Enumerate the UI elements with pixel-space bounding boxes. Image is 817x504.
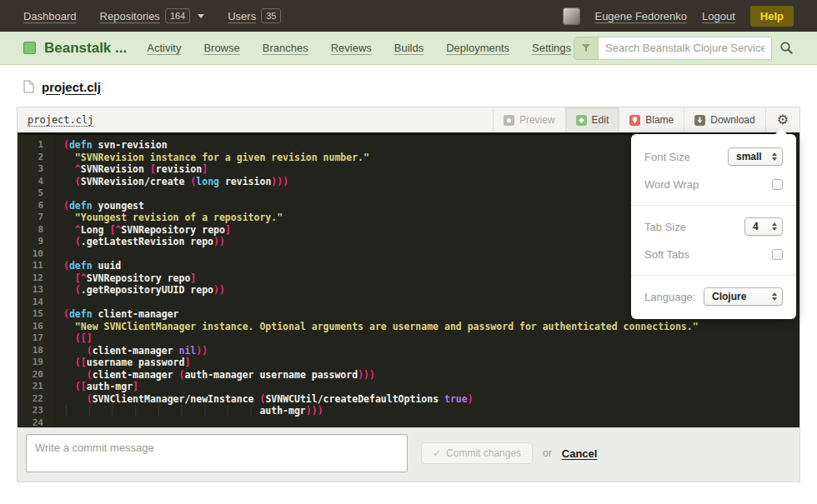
search-input[interactable] — [599, 37, 772, 60]
search-submit-button[interactable] — [779, 41, 794, 55]
or-text: or — [543, 447, 552, 459]
word-wrap-row: Word Wrap — [644, 174, 783, 194]
file-panel-header: project.clj Preview Edit Blame — [18, 107, 799, 132]
language-value: Clojure — [712, 291, 746, 302]
gear-icon: ⚙ — [777, 113, 789, 127]
code-line: "New SVNClientManager instance. Optional… — [63, 321, 799, 333]
nav-repositories-group: Repositories 164 — [100, 8, 205, 23]
download-label: Download — [710, 114, 754, 126]
tab-browse[interactable]: Browse — [203, 42, 239, 54]
word-wrap-label: Word Wrap — [644, 178, 699, 191]
nav-users-group: Users 35 — [228, 8, 281, 23]
tab-branches[interactable]: Branches — [263, 42, 308, 54]
blame-button[interactable]: Blame — [619, 107, 684, 132]
repo-nav: Activity Browse Branches Reviews Builds … — [147, 42, 571, 54]
settings-divider — [631, 205, 796, 206]
language-label: Language: — [644, 291, 695, 303]
top-bar-right: Eugene Fedorenko Logout Help — [564, 6, 794, 27]
select-stepper-icon — [772, 292, 777, 301]
font-size-label: Font Size — [644, 151, 690, 163]
code-gutter: 123456789101112131415161718192021222324 — [18, 135, 54, 427]
top-nav: Dashboard Repositories 164 Users 35 — [23, 8, 281, 23]
nav-repositories[interactable]: Repositories — [100, 10, 160, 22]
select-stepper-icon — [772, 152, 777, 161]
tab-reviews[interactable]: Reviews — [331, 42, 372, 54]
font-size-select[interactable]: small — [728, 147, 783, 166]
magnifier-icon — [779, 41, 794, 55]
soft-tabs-row: Soft Tabs — [644, 244, 783, 264]
repo-title[interactable]: Beanstalk ... — [44, 40, 127, 57]
repo-color-icon — [23, 42, 36, 54]
commit-changes-button[interactable]: ✓ Commit changes — [421, 442, 533, 464]
blame-icon — [629, 115, 640, 126]
user-name-link[interactable]: Eugene Fedorenko — [594, 10, 687, 22]
tab-size-select[interactable]: 4 — [744, 217, 783, 236]
page-title[interactable]: project.clj — [42, 80, 101, 94]
user-avatar[interactable] — [564, 8, 579, 24]
word-wrap-checkbox[interactable] — [772, 179, 783, 190]
funnel-icon — [581, 43, 591, 53]
preview-button[interactable]: Preview — [493, 107, 565, 132]
language-select[interactable]: Clojure — [704, 287, 783, 306]
tab-deployments[interactable]: Deployments — [446, 42, 509, 54]
edit-label: Edit — [592, 114, 609, 126]
file-toolbar: Preview Edit Blame Download — [493, 107, 799, 132]
preview-icon — [504, 115, 514, 126]
users-count-badge: 35 — [261, 8, 281, 23]
commit-footer: ✓ Commit changes or Cancel — [18, 427, 799, 482]
repo-bar: Beanstalk ... Activity Browse Branches R… — [0, 32, 817, 65]
commit-message-input[interactable] — [26, 434, 408, 472]
check-icon: ✓ — [433, 447, 441, 459]
tab-size-row: Tab Size 4 — [644, 217, 783, 237]
search-area — [574, 37, 794, 60]
code-line: ([auth-mgr] — [63, 381, 799, 393]
top-bar: Dashboard Repositories 164 Users 35 Euge… — [0, 0, 817, 32]
tab-size-value: 4 — [753, 221, 759, 232]
repositories-count-badge: 164 — [165, 8, 190, 23]
commit-changes-label: Commit changes — [446, 447, 521, 459]
code-line: (client-manager nil)) — [63, 345, 799, 357]
tab-settings[interactable]: Settings — [532, 42, 571, 54]
edit-icon — [576, 115, 587, 126]
download-button[interactable]: Download — [684, 107, 764, 132]
tab-activity[interactable]: Activity — [147, 42, 181, 54]
download-icon — [694, 115, 705, 126]
font-size-value: small — [736, 151, 762, 162]
edit-button[interactable]: Edit — [565, 107, 619, 132]
file-icon — [23, 80, 34, 93]
code-line: (SVNClientManager/newInstance (SVNWCUtil… — [63, 393, 799, 406]
nav-dashboard[interactable]: Dashboard — [23, 10, 77, 22]
search-filter-button[interactable] — [574, 37, 599, 60]
language-row: Language: Clojure — [644, 287, 783, 307]
file-name-link[interactable]: project.clj — [28, 114, 93, 126]
settings-divider — [631, 275, 796, 276]
select-stepper-icon — [772, 222, 777, 231]
soft-tabs-label: Soft Tabs — [644, 248, 689, 261]
code-line: │ │ │ │ │ │ │ │ │ auth-mgr))) — [63, 405, 799, 417]
font-size-row: Font Size small — [644, 147, 783, 167]
editor-settings-dropdown: Font Size small Word Wrap Tab Size 4 Sof… — [631, 134, 796, 319]
page-heading: project.clj — [23, 77, 794, 96]
nav-users[interactable]: Users — [228, 10, 256, 22]
tab-builds[interactable]: Builds — [394, 42, 424, 54]
code-line: ([username password] — [63, 357, 799, 369]
logout-link[interactable]: Logout — [702, 10, 735, 22]
preview-label: Preview — [519, 114, 555, 126]
tab-size-label: Tab Size — [644, 221, 686, 233]
code-line — [63, 417, 799, 428]
code-line: (client-manager (auth-manager username p… — [63, 369, 799, 382]
cancel-link[interactable]: Cancel — [562, 447, 598, 460]
repositories-caret-icon[interactable] — [198, 14, 204, 18]
code-line: ([] — [63, 332, 799, 345]
blame-label: Blame — [645, 114, 674, 126]
soft-tabs-checkbox[interactable] — [772, 249, 783, 260]
help-button[interactable]: Help — [750, 6, 794, 27]
